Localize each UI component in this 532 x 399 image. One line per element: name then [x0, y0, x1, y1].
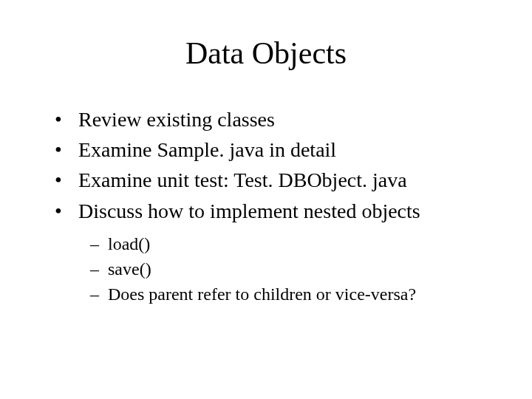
bullet-text: Examine unit test: Test. DBObject. java: [78, 166, 488, 194]
main-bullet-list: • Review existing classes • Examine Samp…: [55, 105, 488, 225]
bullet-marker: •: [55, 105, 78, 134]
sub-item: – save(): [90, 256, 488, 282]
dash-marker: –: [90, 231, 108, 256]
dash-marker: –: [90, 256, 108, 282]
bullet-text: Review existing classes: [78, 105, 488, 134]
sub-bullet-list: – load() – save() – Does parent refer to…: [90, 231, 488, 307]
bullet-text: Examine Sample. java in detail: [78, 135, 488, 164]
bullet-marker: •: [55, 197, 78, 225]
slide-title: Data Objects: [44, 35, 488, 71]
bullet-item: • Examine unit test: Test. DBObject. jav…: [55, 166, 488, 194]
bullet-marker: •: [55, 166, 78, 194]
sub-text: Does parent refer to children or vice-ve…: [108, 282, 488, 307]
bullet-marker: •: [55, 135, 78, 164]
bullet-item: • Review existing classes: [55, 105, 488, 134]
sub-text: save(): [108, 256, 488, 282]
bullet-item: • Examine Sample. java in detail: [55, 135, 488, 164]
bullet-text: Discuss how to implement nested objects: [78, 197, 488, 225]
sub-item: – Does parent refer to children or vice-…: [90, 282, 488, 307]
dash-marker: –: [90, 282, 108, 307]
sub-item: – load(): [90, 231, 488, 256]
sub-text: load(): [108, 231, 488, 256]
bullet-item: • Discuss how to implement nested object…: [55, 197, 488, 225]
